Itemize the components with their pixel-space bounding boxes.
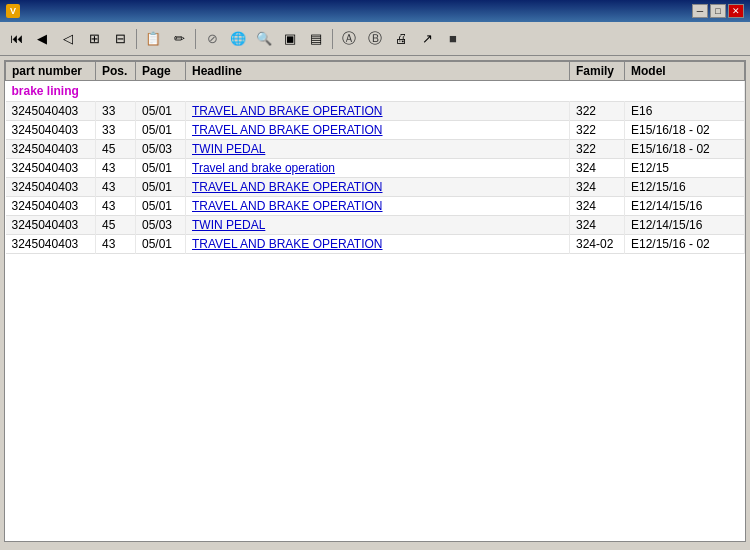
cell-part-number: 3245040403 xyxy=(6,140,96,159)
cell-model: E12/15 xyxy=(625,159,745,178)
cell-part-number: 3245040403 xyxy=(6,159,96,178)
cell-headline[interactable]: TWIN PEDAL xyxy=(186,216,570,235)
separator-2 xyxy=(195,29,196,49)
cell-page: 05/01 xyxy=(136,121,186,140)
group-header-row: brake lining xyxy=(6,81,745,102)
doc-button[interactable]: 📋 xyxy=(141,27,165,51)
stop-button[interactable]: ■ xyxy=(441,27,465,51)
group-header-label: brake lining xyxy=(6,81,745,102)
table-row: 32450404034305/01TRAVEL AND BRAKE OPERAT… xyxy=(6,197,745,216)
cell-model: E16 xyxy=(625,102,745,121)
cell-part-number: 3245040403 xyxy=(6,178,96,197)
table-header-row: part number Pos. Page Headline Family Mo… xyxy=(6,62,745,81)
cell-family: 322 xyxy=(570,121,625,140)
minimize-button[interactable]: ─ xyxy=(692,4,708,18)
cell-part-number: 3245040403 xyxy=(6,121,96,140)
cell-page: 05/03 xyxy=(136,216,186,235)
cell-family: 322 xyxy=(570,140,625,159)
arrow-button[interactable]: ↗ xyxy=(415,27,439,51)
cell-part-number: 3245040403 xyxy=(6,102,96,121)
globe-button[interactable]: 🌐 xyxy=(226,27,250,51)
col-header-part-number: part number xyxy=(6,62,96,81)
nav2-button[interactable]: ⊟ xyxy=(108,27,132,51)
box1-button[interactable]: ▣ xyxy=(278,27,302,51)
col-header-headline: Headline xyxy=(186,62,570,81)
cell-page: 05/01 xyxy=(136,102,186,121)
cell-part-number: 3245040403 xyxy=(6,197,96,216)
table-row: 32450404033305/01TRAVEL AND BRAKE OPERAT… xyxy=(6,121,745,140)
cell-headline[interactable]: TRAVEL AND BRAKE OPERATION xyxy=(186,235,570,254)
cell-model: E15/16/18 - 02 xyxy=(625,121,745,140)
separator-1 xyxy=(136,29,137,49)
separator-3 xyxy=(332,29,333,49)
cell-headline[interactable]: Travel and brake operation xyxy=(186,159,570,178)
table-row: 32450404034305/01TRAVEL AND BRAKE OPERAT… xyxy=(6,235,745,254)
cell-page: 05/01 xyxy=(136,159,186,178)
cell-part-number: 3245040403 xyxy=(6,216,96,235)
cell-family: 324 xyxy=(570,178,625,197)
prev-button[interactable]: ◀ xyxy=(30,27,54,51)
cell-family: 324 xyxy=(570,216,625,235)
cell-headline[interactable]: TWIN PEDAL xyxy=(186,140,570,159)
pointer-button[interactable]: ⊘ xyxy=(200,27,224,51)
cell-page: 05/01 xyxy=(136,197,186,216)
table-row: 32450404034505/03TWIN PEDAL322E15/16/18 … xyxy=(6,140,745,159)
cell-pos: 33 xyxy=(96,102,136,121)
cell-pos: 43 xyxy=(96,159,136,178)
cell-model: E12/15/16 - 02 xyxy=(625,235,745,254)
table-row: 32450404034305/01TRAVEL AND BRAKE OPERAT… xyxy=(6,178,745,197)
box2-button[interactable]: ▤ xyxy=(304,27,328,51)
nav1-button[interactable]: ⊞ xyxy=(82,27,106,51)
cell-family: 324-02 xyxy=(570,235,625,254)
title-controls: ─ □ ✕ xyxy=(692,4,744,18)
cell-model: E12/15/16 xyxy=(625,178,745,197)
title-bar: V ─ □ ✕ xyxy=(0,0,750,22)
cell-headline[interactable]: TRAVEL AND BRAKE OPERATION xyxy=(186,178,570,197)
cell-part-number: 3245040403 xyxy=(6,235,96,254)
results-table: part number Pos. Page Headline Family Mo… xyxy=(5,61,745,254)
cell-headline[interactable]: TRAVEL AND BRAKE OPERATION xyxy=(186,197,570,216)
col-header-page: Page xyxy=(136,62,186,81)
cell-family: 324 xyxy=(570,197,625,216)
maximize-button[interactable]: □ xyxy=(710,4,726,18)
close-button[interactable]: ✕ xyxy=(728,4,744,18)
table-row: 32450404033305/01TRAVEL AND BRAKE OPERAT… xyxy=(6,102,745,121)
search-button[interactable]: 🔍 xyxy=(252,27,276,51)
print-button[interactable]: 🖨 xyxy=(389,27,413,51)
cell-family: 322 xyxy=(570,102,625,121)
edit-button[interactable]: ✏ xyxy=(167,27,191,51)
circle1-button[interactable]: Ⓐ xyxy=(337,27,361,51)
cell-headline[interactable]: TRAVEL AND BRAKE OPERATION xyxy=(186,102,570,121)
col-header-pos: Pos. xyxy=(96,62,136,81)
main-content: part number Pos. Page Headline Family Mo… xyxy=(4,60,746,542)
col-header-family: Family xyxy=(570,62,625,81)
col-header-model: Model xyxy=(625,62,745,81)
title-bar-left: V xyxy=(6,4,25,18)
cell-page: 05/03 xyxy=(136,140,186,159)
cell-pos: 45 xyxy=(96,140,136,159)
cell-headline[interactable]: TRAVEL AND BRAKE OPERATION xyxy=(186,121,570,140)
table-row: 32450404034305/01Travel and brake operat… xyxy=(6,159,745,178)
first-button[interactable]: ⏮ xyxy=(4,27,28,51)
table-row: 32450404034505/03TWIN PEDAL324E12/14/15/… xyxy=(6,216,745,235)
cell-model: E12/14/15/16 xyxy=(625,216,745,235)
cell-pos: 43 xyxy=(96,235,136,254)
cell-pos: 43 xyxy=(96,178,136,197)
toolbar: ⏮ ◀ ◁ ⊞ ⊟ 📋 ✏ ⊘ 🌐 🔍 ▣ ▤ Ⓐ Ⓑ 🖨 ↗ ■ xyxy=(0,22,750,56)
cell-page: 05/01 xyxy=(136,235,186,254)
cell-page: 05/01 xyxy=(136,178,186,197)
circle2-button[interactable]: Ⓑ xyxy=(363,27,387,51)
cell-pos: 43 xyxy=(96,197,136,216)
cell-model: E12/14/15/16 xyxy=(625,197,745,216)
back-button[interactable]: ◁ xyxy=(56,27,80,51)
app-icon: V xyxy=(6,4,20,18)
cell-model: E15/16/18 - 02 xyxy=(625,140,745,159)
cell-pos: 45 xyxy=(96,216,136,235)
cell-family: 324 xyxy=(570,159,625,178)
cell-pos: 33 xyxy=(96,121,136,140)
